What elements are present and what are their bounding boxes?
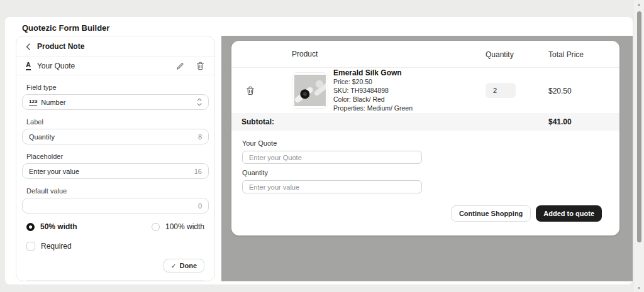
scrollbar-thumb[interactable] (637, 11, 641, 242)
table-row: Emerald Silk Gown Price: $20.50 SKU: TH9… (231, 68, 619, 113)
done-label: Done (180, 262, 197, 269)
preview-panel: Product Quantity Total Price (221, 36, 633, 281)
quote-preview-card: Product Quantity Total Price (231, 41, 619, 235)
edit-pencil-icon[interactable] (175, 61, 185, 71)
actions-row: Continue Shopping Added to quote (231, 198, 619, 222)
field-item-row[interactable]: A Your Quote (16, 57, 214, 75)
column-header-product: Product (292, 50, 318, 58)
label-input[interactable] (29, 133, 194, 141)
product-sku: SKU: TH93484898 (333, 87, 413, 95)
product-color: Color: Black/ Red (333, 95, 413, 104)
form-builder-panel: Product Note A Your Quote Field type 123… (16, 36, 215, 281)
checkbox-icon (26, 242, 35, 251)
radio-unselected-icon (152, 223, 160, 231)
column-header-total-price: Total Price (548, 50, 584, 59)
placeholder-input[interactable] (29, 168, 191, 175)
continue-shopping-button[interactable]: Continue Shopping (451, 205, 531, 222)
field-type-value: Number (41, 99, 193, 106)
quantity-value[interactable]: 2 (486, 83, 516, 98)
quantity-field-label: Quantity (242, 169, 609, 176)
divider (26, 280, 204, 281)
check-icon: ✓ (171, 262, 176, 269)
page-title: Quotezic Form Builder (22, 23, 109, 33)
scroll-down-arrow-icon[interactable]: ▼ (637, 286, 641, 290)
vertical-scrollbar[interactable]: ▲ ▼ (634, 0, 644, 292)
default-char-count: 0 (198, 202, 202, 210)
width-options-row: 50% width 100% width (26, 222, 204, 231)
field-type-label: Field type (26, 84, 209, 91)
subtotal-value: $41.00 (548, 117, 609, 126)
product-name: Emerald Silk Gown (333, 68, 413, 77)
half-width-label: 50% width (40, 222, 77, 231)
subtotal-label: Subtotal: (242, 117, 274, 126)
table-header-row: Product Quantity Total Price (231, 41, 619, 68)
half-width-radio[interactable]: 50% width (26, 222, 77, 231)
column-header-quantity: Quantity (486, 50, 514, 59)
placeholder-field-label: Placeholder (26, 153, 209, 160)
field-item-label: Your Quote (37, 62, 169, 70)
product-properties: Properties: Medium/ Green (333, 104, 413, 112)
label-char-count: 8 (198, 133, 202, 141)
added-to-quote-button[interactable]: Added to quote (536, 205, 602, 222)
default-value-input[interactable] (29, 202, 194, 210)
default-value-label: Default value (26, 187, 209, 195)
required-checkbox-row[interactable]: Required (26, 242, 204, 251)
field-type-select[interactable]: 123 Number (22, 94, 209, 110)
your-quote-label: Your Quote (242, 139, 609, 147)
default-value-input-wrap: 0 (22, 198, 209, 214)
row-total-price: $20.50 (548, 87, 572, 95)
product-image (292, 72, 328, 109)
back-chevron-icon[interactable] (26, 43, 30, 50)
placeholder-input-wrap: 16 (22, 163, 209, 179)
product-price: Price: $20.50 (333, 78, 413, 86)
remove-item-trash-icon[interactable] (245, 85, 255, 95)
delete-field-trash-icon[interactable] (195, 61, 205, 71)
label-field-label: Label (26, 118, 209, 126)
subtotal-row: Subtotal: $41.00 (231, 113, 619, 131)
builder-title: Product Note (37, 42, 84, 51)
chevron-updown-icon (197, 98, 202, 106)
your-quote-input[interactable] (242, 151, 422, 164)
done-button[interactable]: ✓ Done (164, 259, 204, 273)
full-width-label: 100% width (165, 222, 204, 231)
scroll-up-arrow-icon[interactable]: ▲ (637, 3, 641, 6)
placeholder-char-count: 16 (194, 168, 202, 175)
done-row: ✓ Done (22, 259, 204, 273)
builder-header: Product Note (16, 36, 214, 57)
preview-form: Your Quote Quantity (231, 131, 619, 193)
text-field-icon: A (26, 62, 31, 70)
full-width-radio[interactable]: 100% width (152, 222, 204, 231)
label-input-wrap: 8 (22, 129, 209, 144)
radio-selected-icon (26, 223, 35, 231)
product-info: Emerald Silk Gown Price: $20.50 SKU: TH9… (333, 68, 413, 112)
required-label: Required (41, 242, 72, 251)
builder-form: Field type 123 Number Label 8 Placeholde… (16, 75, 214, 281)
app-window: Quotezic Form Builder Product Note A You… (5, 17, 633, 284)
quantity-field-input[interactable] (242, 180, 422, 193)
number-type-icon: 123 (29, 99, 37, 105)
